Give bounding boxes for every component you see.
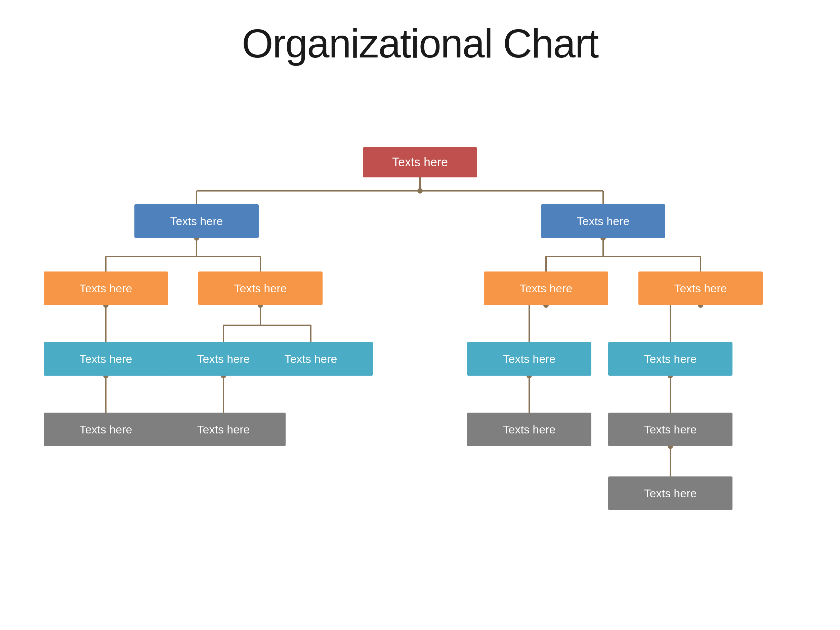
node-l4-c[interactable]: Texts here	[467, 413, 591, 446]
node-l3-c[interactable]: Texts here	[249, 342, 373, 376]
node-l3-a[interactable]: Texts here	[44, 342, 168, 376]
node-l2-a[interactable]: Texts here	[44, 272, 168, 305]
svg-point-24	[417, 188, 423, 194]
node-l4-d[interactable]: Texts here	[608, 413, 733, 446]
page-title: Organizational Chart	[242, 20, 598, 66]
node-l3-d[interactable]: Texts here	[467, 342, 591, 376]
org-chart: Texts here Texts here Texts here Texts h…	[17, 87, 823, 624]
node-l3-e[interactable]: Texts here	[608, 342, 733, 376]
node-l2-c[interactable]: Texts here	[484, 272, 608, 305]
node-l2-d[interactable]: Texts here	[638, 272, 763, 305]
node-root[interactable]: Texts here	[363, 147, 477, 177]
node-l1-right[interactable]: Texts here	[541, 204, 665, 238]
node-l4-a[interactable]: Texts here	[44, 413, 168, 446]
node-l4-e[interactable]: Texts here	[608, 477, 733, 510]
node-l4-b[interactable]: Texts here	[161, 413, 286, 446]
node-l2-b[interactable]: Texts here	[198, 272, 322, 305]
node-l1-left[interactable]: Texts here	[134, 204, 259, 238]
